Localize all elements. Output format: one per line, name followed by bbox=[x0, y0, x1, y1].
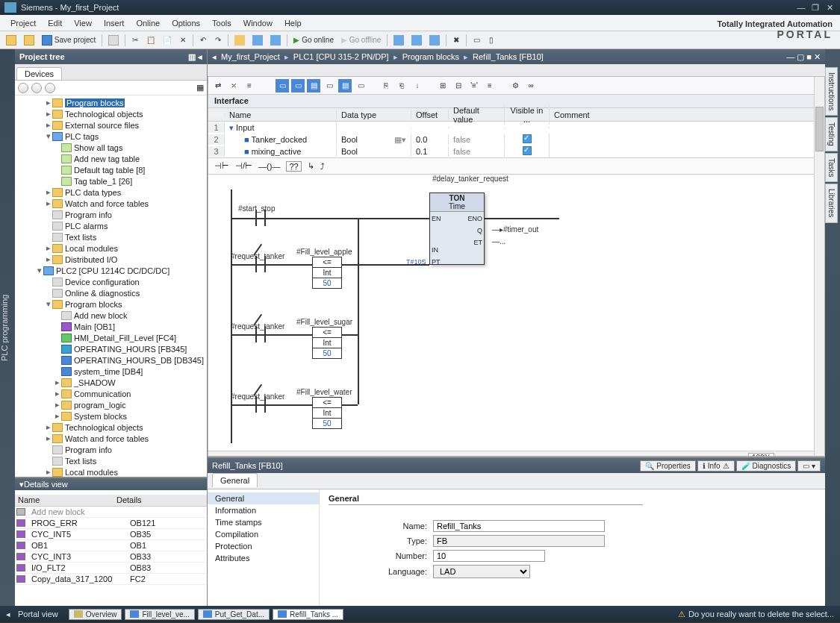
ton-box[interactable]: TONTime EN ENO IN Q ET T#10S PT bbox=[429, 192, 485, 265]
visible-checkbox[interactable] bbox=[523, 146, 532, 155]
col-comment[interactable]: Comment bbox=[550, 110, 824, 120]
ed-tool8[interactable]: ⚙ bbox=[508, 79, 522, 93]
cmp-apple[interactable]: <=Int50 bbox=[312, 257, 342, 289]
menu-online[interactable]: Online bbox=[130, 19, 166, 28]
menu-edit[interactable]: Edit bbox=[42, 19, 68, 28]
ed-nav3[interactable]: ≡ bbox=[243, 79, 256, 93]
ed-insert5[interactable]: ▤ bbox=[338, 79, 352, 93]
details-col-name[interactable]: Name bbox=[15, 495, 113, 506]
menu-project[interactable]: Project bbox=[4, 19, 42, 28]
lad-contact-nc[interactable]: ⊣/⊢ bbox=[235, 161, 252, 171]
visible-checkbox[interactable] bbox=[523, 134, 532, 143]
tree-nav3[interactable] bbox=[45, 83, 55, 93]
tree-item[interactable]: ▾PLC tags bbox=[15, 131, 207, 142]
zoom-select[interactable]: 100% bbox=[748, 453, 775, 457]
tree-item[interactable]: ▾PLC2 [CPU 1214C DC/DC/DC] bbox=[15, 265, 207, 276]
copy-button[interactable]: 📋 bbox=[143, 34, 158, 47]
go-offline-button[interactable]: ▶ Go offline bbox=[338, 34, 384, 47]
ed-tool2[interactable]: ⎗ bbox=[395, 79, 408, 93]
contact-req-1[interactable] bbox=[249, 256, 272, 272]
menu-insert[interactable]: Insert bbox=[98, 19, 131, 28]
status-tab-refill[interactable]: Refill_Tanks ... bbox=[273, 609, 343, 620]
compile-button[interactable] bbox=[231, 34, 248, 47]
details-row[interactable]: PROG_ERROB121 bbox=[15, 518, 207, 529]
tree-item[interactable]: ▸Watch and force tables bbox=[15, 433, 207, 444]
ed-insert2[interactable]: ▭ bbox=[291, 79, 305, 93]
print-button[interactable] bbox=[105, 34, 122, 47]
name-input[interactable] bbox=[433, 520, 605, 532]
interface-row-mixing[interactable]: 3 ■ mixing_active Bool 0.1 false bbox=[208, 145, 824, 157]
crumb-block[interactable]: Refill_Tanks [FB10] bbox=[473, 52, 544, 61]
go-online-button[interactable]: ▶ Go online bbox=[290, 34, 337, 47]
tree-item[interactable]: Program info bbox=[15, 209, 207, 220]
props-nav-compilation[interactable]: Compilation bbox=[208, 528, 319, 540]
lad-coil[interactable]: —()— bbox=[258, 162, 280, 171]
tree-item[interactable]: ▸Distributed I/O bbox=[15, 254, 207, 265]
tree-item[interactable]: ▸Communication bbox=[15, 388, 207, 399]
tree-item[interactable]: OPERATING_HOURS_DB [DB345] bbox=[15, 354, 207, 366]
menu-view[interactable]: View bbox=[68, 19, 98, 28]
close-button[interactable]: ✕ bbox=[824, 3, 836, 13]
details-col-details[interactable]: Details bbox=[113, 495, 181, 506]
crumb-plc[interactable]: PLC1 [CPU 315-2 PN/DP] bbox=[293, 52, 389, 61]
col-name[interactable]: Name bbox=[225, 110, 337, 120]
tree-item[interactable]: ▸Program blocks bbox=[15, 97, 207, 108]
collapse-tree-icon[interactable]: ▥ ◂ bbox=[188, 52, 202, 62]
ed-insert1[interactable]: ▭ bbox=[276, 79, 289, 93]
upload-button[interactable] bbox=[267, 34, 284, 47]
lad-contact-no[interactable]: ⊣⊢ bbox=[214, 161, 229, 171]
tree-item[interactable]: ▾Program blocks bbox=[15, 298, 207, 310]
status-tab-putget[interactable]: Put_Get_Dat... bbox=[198, 609, 270, 620]
stop-cpu-button[interactable] bbox=[426, 34, 443, 47]
props-collapse-icon[interactable]: ▭ ▾ bbox=[797, 460, 821, 472]
tree-item[interactable]: Tag table_1 [26] bbox=[15, 175, 207, 187]
ed-tool4[interactable]: ⊞ bbox=[436, 79, 449, 93]
paste-button[interactable]: 📄 bbox=[160, 34, 175, 47]
details-row[interactable]: I/O_FLT2OB83 bbox=[15, 563, 207, 574]
col-offset[interactable]: Offset bbox=[411, 110, 449, 120]
general-tab[interactable]: General bbox=[212, 473, 258, 487]
col-default[interactable]: Default value bbox=[449, 105, 505, 125]
libraries-tab[interactable]: Libraries bbox=[825, 184, 838, 222]
props-nav-general[interactable]: General bbox=[208, 492, 319, 504]
tree-nav2[interactable] bbox=[31, 83, 42, 93]
lad-network[interactable]: #delay_tanker_request #start_stop TONTim… bbox=[208, 175, 824, 451]
tree-item[interactable]: Add new block bbox=[15, 310, 207, 321]
tree-nav1[interactable] bbox=[18, 83, 28, 93]
contact-req-2[interactable] bbox=[249, 326, 272, 342]
number-input[interactable] bbox=[433, 550, 545, 562]
language-select[interactable]: LAD bbox=[433, 565, 530, 578]
ed-nav1[interactable]: ⇄ bbox=[211, 79, 225, 93]
tree-item[interactable]: system_time [DB4] bbox=[15, 366, 207, 377]
details-row[interactable]: CYC_INT5OB35 bbox=[15, 529, 207, 540]
ed-insert4[interactable]: ▭ bbox=[323, 79, 336, 93]
save-project-button[interactable]: Save project bbox=[39, 34, 99, 47]
tree-item[interactable]: ▸_SHADOW bbox=[15, 377, 207, 388]
contact-start-stop[interactable] bbox=[249, 210, 272, 226]
split-h-button[interactable]: ▭ bbox=[470, 34, 483, 47]
props-nav-info[interactable]: Information bbox=[208, 504, 319, 516]
lad-box[interactable]: ?? bbox=[286, 161, 301, 172]
tree-view-icon[interactable]: ▦ bbox=[196, 83, 204, 93]
devices-tab[interactable]: Devices bbox=[16, 67, 62, 80]
tree-item[interactable]: ▸Watch and force tables bbox=[15, 198, 207, 209]
type-input[interactable] bbox=[433, 535, 605, 547]
tree-item[interactable]: ▸System blocks bbox=[15, 410, 207, 422]
menu-window[interactable]: Window bbox=[237, 19, 279, 28]
contact-req-3[interactable] bbox=[249, 396, 272, 413]
tree-item[interactable]: ▸PLC data types bbox=[15, 187, 207, 198]
tree-item[interactable]: HMI_Detail_Fill_Level [FC4] bbox=[15, 332, 207, 343]
editor-scrollbar[interactable] bbox=[814, 77, 824, 456]
ed-tool1[interactable]: ⎘ bbox=[379, 79, 393, 93]
tree-item[interactable]: OPERATING_HOURS [FB345] bbox=[15, 343, 207, 354]
accessible-devices-button[interactable] bbox=[391, 34, 407, 47]
menu-help[interactable]: Help bbox=[279, 19, 308, 28]
col-visible[interactable]: Visible in ... bbox=[505, 105, 550, 125]
tree-item[interactable]: ▸program_logic bbox=[15, 399, 207, 410]
ed-insert6[interactable]: ▭ bbox=[354, 79, 367, 93]
tree-item[interactable]: ▸Local modules bbox=[15, 242, 207, 254]
window-button[interactable]: ❐ bbox=[809, 3, 821, 13]
tree-item[interactable]: ▸Technological objects bbox=[15, 108, 207, 119]
properties-tab[interactable]: 🔍Properties bbox=[640, 460, 696, 472]
props-nav-attributes[interactable]: Attributes bbox=[208, 552, 319, 564]
